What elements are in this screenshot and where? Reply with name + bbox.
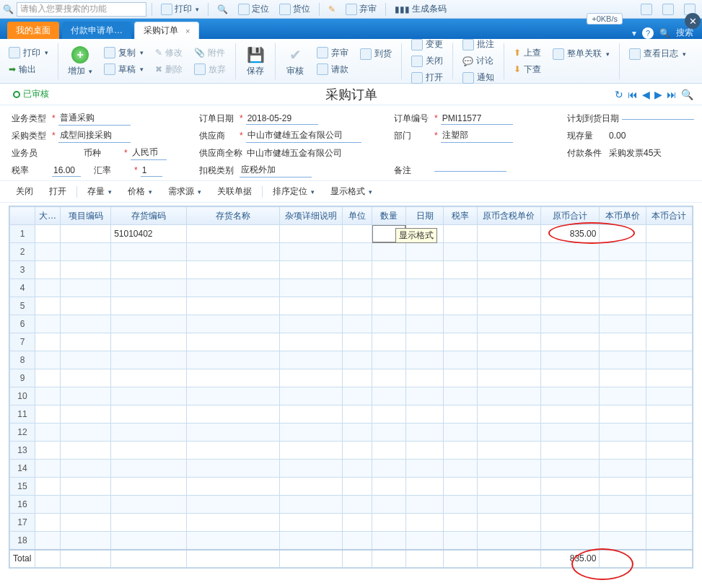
col-header[interactable]: 原币合计	[540, 207, 600, 225]
table-row[interactable]: 13	[10, 442, 693, 460]
ribbon-edit[interactable]: ✎修改	[151, 45, 187, 61]
search-input[interactable]: 请输入您要搜索的功能	[17, 2, 146, 17]
gridbar-demand[interactable]: 需求源▾	[162, 184, 207, 199]
gridbar-sort[interactable]: 排序定位▾	[267, 184, 320, 199]
col-header[interactable]: 存货编码	[111, 207, 187, 225]
table-row[interactable]: 16	[10, 496, 693, 514]
ribbon-log[interactable]: 查看日志▾	[625, 46, 690, 61]
tabstrip-caret[interactable]: ▾	[632, 28, 636, 38]
ribbon-request[interactable]: 请款	[312, 62, 353, 77]
ribbon-export[interactable]: ➡输出	[4, 62, 53, 77]
chat-icon: 💬	[462, 56, 473, 66]
table-row[interactable]: 14	[10, 460, 693, 478]
col-header[interactable]: 原币含税单价	[478, 207, 541, 225]
nav-last[interactable]: ⏭	[667, 89, 677, 100]
top-stock-button[interactable]: 货位	[276, 1, 314, 17]
col-header[interactable]: 杂项详细说明	[279, 207, 343, 225]
col-header[interactable]: 大…	[35, 207, 61, 225]
top-tool-2[interactable]	[659, 2, 677, 17]
table-row[interactable]: 11	[10, 405, 693, 424]
table-row[interactable]: 17	[10, 514, 693, 532]
top-zoom-button[interactable]: 🔍	[214, 3, 232, 16]
table-row[interactable]: 151010402835.00	[10, 225, 693, 243]
tab-payment-request[interactable]: 付款申请单…	[62, 22, 131, 39]
col-header[interactable]: 数量	[372, 207, 406, 225]
table-row[interactable]: 7	[10, 333, 693, 351]
tab-close-icon[interactable]: ×	[185, 27, 190, 35]
col-header[interactable]: 单位	[343, 207, 372, 225]
table-row[interactable]: 2	[10, 243, 693, 261]
table-row[interactable]: 4	[10, 279, 693, 297]
field-salesman: 业务员币种*人民币	[12, 146, 192, 160]
ribbon-delete[interactable]: ✖删除	[151, 62, 187, 77]
col-header[interactable]	[10, 207, 35, 225]
release-icon	[194, 63, 206, 75]
gridbar-display-format[interactable]: 显示格式▾	[325, 184, 378, 199]
ribbon-release[interactable]: 放弃	[190, 62, 230, 77]
help-icon[interactable]: ?	[642, 27, 654, 39]
tooltip-display-format: 显示格式	[395, 228, 437, 243]
table-row[interactable]: 9	[10, 369, 693, 387]
gridbar-stock[interactable]: 存量▾	[82, 184, 118, 199]
tabstrip-search-icon: 🔍	[659, 28, 670, 38]
table-row[interactable]: 10	[10, 387, 693, 405]
ribbon-audit[interactable]: ✔审核	[281, 43, 310, 79]
col-header[interactable]: 本币合计	[646, 207, 692, 225]
top-edit-button[interactable]: ✎	[325, 3, 339, 16]
ribbon-attach[interactable]: 📎附件	[190, 45, 230, 61]
ribbon: 打印▾ ➡输出 +增加 ▾ 复制▾ 草稿▾ ✎修改 ✖删除 📎附件 放弃 💾保存…	[0, 39, 702, 84]
nav-first[interactable]: ⏮	[628, 89, 638, 100]
col-header[interactable]: 税率	[444, 207, 478, 225]
ribbon-next[interactable]: ⬇下查	[509, 62, 545, 77]
table-row[interactable]: 6	[10, 315, 693, 333]
ribbon-copy[interactable]: 复制▾	[100, 45, 148, 61]
field-remark: 备注	[394, 163, 560, 177]
ribbon-relate[interactable]: 整单关联▾	[548, 46, 614, 61]
ribbon-close-order[interactable]: 关闭	[407, 53, 447, 69]
ribbon-open-order[interactable]: 打开	[407, 70, 447, 85]
locate-icon	[238, 4, 250, 15]
nav-prev[interactable]: ◀	[642, 89, 650, 100]
ribbon-add[interactable]: +增加 ▾	[63, 43, 97, 79]
grid-header: 大…项目编码存货编码存货名称杂项详细说明单位数量日期税率原币含税单价原币合计本币…	[10, 207, 693, 225]
close-round-button[interactable]: ✕	[685, 13, 701, 29]
gridbar-relation[interactable]: 关联单据	[211, 184, 258, 199]
ribbon-print[interactable]: 打印▾	[4, 45, 53, 61]
col-header[interactable]: 本币单价	[600, 207, 646, 225]
ribbon-save[interactable]: 💾保存	[241, 43, 270, 79]
nav-search[interactable]: 🔍	[681, 89, 693, 100]
ribbon-prev[interactable]: ⬆上查	[509, 45, 545, 61]
ribbon-abandon[interactable]: 弃审	[312, 45, 353, 61]
table-row[interactable]: 15	[10, 478, 693, 496]
grid-total-row: Total835.00	[10, 550, 693, 568]
gridbar-open[interactable]: 打开	[43, 184, 72, 199]
top-tool-1[interactable]	[637, 2, 656, 17]
search-icon: 🔍	[3, 4, 14, 14]
gridbar-close[interactable]: 关闭	[10, 184, 39, 199]
top-barcode-button[interactable]: ▮▮▮生成条码	[391, 1, 450, 17]
table-row[interactable]: 18	[10, 532, 693, 550]
ribbon-approve[interactable]: 批注	[458, 37, 499, 52]
ribbon-discuss[interactable]: 💬讨论	[458, 53, 499, 69]
gridbar-price[interactable]: 价格▾	[122, 184, 158, 199]
ribbon-change[interactable]: 变更	[407, 37, 447, 52]
table-row[interactable]: 8	[10, 351, 693, 369]
col-header[interactable]: 存货名称	[187, 207, 279, 225]
nav-refresh[interactable]: ↻	[615, 89, 623, 100]
form-panel: 业务类型*普通采购 订单日期*2018-05-29 订单编号*PMI11577 …	[0, 105, 702, 180]
col-header[interactable]: 日期	[405, 207, 444, 225]
top-locate-button[interactable]: 定位	[234, 1, 273, 17]
table-row[interactable]: 12	[10, 424, 693, 442]
table-row[interactable]: 3	[10, 261, 693, 279]
plus-icon: +	[71, 46, 89, 63]
top-print-button[interactable]: 打印▾	[157, 1, 203, 17]
ribbon-draft[interactable]: 草稿▾	[100, 62, 148, 77]
ribbon-arrive[interactable]: 到货	[356, 46, 396, 61]
tab-purchase-order[interactable]: 采购订单×	[134, 22, 199, 39]
ribbon-notify[interactable]: 通知	[458, 70, 499, 85]
nav-next[interactable]: ▶	[654, 89, 662, 100]
table-row[interactable]: 5	[10, 297, 693, 315]
tab-desktop[interactable]: 我的桌面	[7, 22, 59, 39]
top-abandon-button[interactable]: 弃审	[342, 1, 380, 17]
col-header[interactable]: 项目编码	[61, 207, 111, 225]
